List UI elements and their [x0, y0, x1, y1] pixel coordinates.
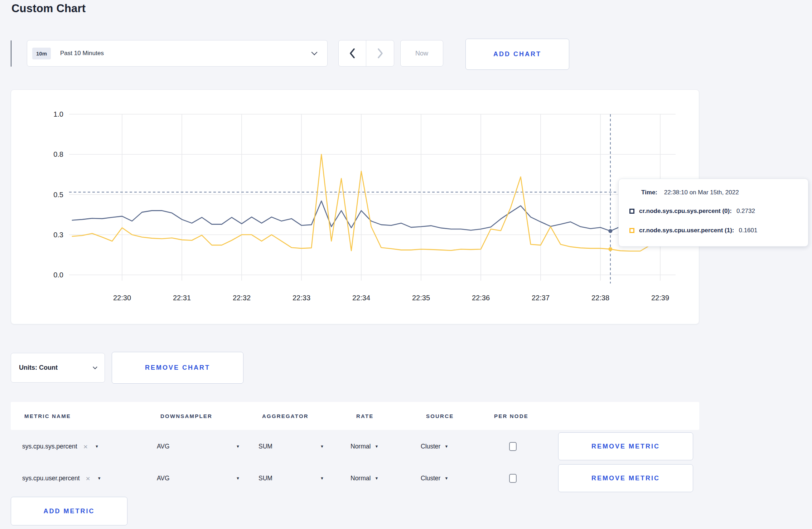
x-axis-tick-label: 22:32	[233, 294, 251, 302]
y-axis-tick-label: 0.5	[53, 191, 63, 199]
y-axis-tick-label: 0.0	[53, 271, 63, 279]
caret-down-icon: ▼	[236, 476, 240, 480]
add-chart-button[interactable]: ADD CHART	[465, 39, 569, 70]
x-axis-tick-label: 22:33	[293, 294, 310, 302]
page-title: Custom Chart	[11, 2, 86, 15]
rate-select[interactable]: Normal ▼	[351, 464, 378, 493]
units-label: Units: Count	[19, 364, 58, 372]
source-select[interactable]: Cluster ▼	[421, 464, 448, 493]
x-axis-tick-label: 22:37	[532, 294, 550, 302]
y-axis-tick-label: 0.3	[53, 231, 63, 239]
chevron-left-icon	[349, 48, 356, 59]
chevron-down-icon	[93, 365, 97, 369]
x-axis-tick-label: 22:34	[352, 294, 370, 302]
tooltip-time-row: Time: 22:38:10 on Mar 15th, 2022	[641, 189, 739, 196]
tooltip-time-label: Time:	[641, 189, 657, 196]
column-header-rate: RATE	[356, 402, 374, 430]
column-header-per-node: PER NODE	[494, 402, 528, 430]
caret-down-icon: ▼	[444, 476, 448, 480]
per-node-checkbox[interactable]	[509, 442, 517, 451]
downsampler-select[interactable]: AVG ▼	[157, 432, 240, 461]
tooltip-series-name: cr.node.sys.cpu.sys.percent (0):	[639, 208, 732, 215]
tooltip-time-value: 22:38:10 on Mar 15th, 2022	[664, 189, 739, 196]
chart-plot-area[interactable]: 0.00.30.50.81.022:3022:3122:3222:3322:34…	[11, 90, 700, 325]
metrics-table-header: METRIC NAME DOWNSAMPLER AGGREGATOR RATE …	[11, 402, 699, 430]
remove-metric-button[interactable]: REMOVE METRIC	[558, 432, 693, 460]
toolbar-left-divider	[11, 40, 11, 67]
caret-down-icon: ▼	[444, 445, 448, 448]
y-axis-tick-label: 1.0	[53, 110, 63, 118]
tooltip-series-name: cr.node.sys.cpu.user.percent (1):	[639, 227, 734, 234]
tooltip-series-row: cr.node.sys.cpu.user.percent (1): 0.1601	[629, 227, 757, 234]
column-header-source: SOURCE	[426, 402, 454, 430]
chevron-right-icon	[377, 48, 384, 59]
x-axis-tick-label: 22:38	[591, 294, 609, 302]
remove-chart-button[interactable]: REMOVE CHART	[112, 352, 243, 384]
time-pager	[338, 40, 394, 67]
x-axis-tick-label: 22:35	[412, 294, 430, 302]
previous-range-button[interactable]	[339, 40, 366, 66]
x-axis-tick-label: 22:31	[173, 294, 191, 302]
metric-row: sys.cpu.sys.percent × ▼ AVG ▼ SUM ▼ Norm…	[11, 432, 699, 461]
hover-point-dot	[608, 229, 612, 233]
y-axis-tick-label: 0.8	[53, 150, 63, 158]
metric-name-select[interactable]: sys.cpu.user.percent × ▼	[22, 464, 101, 493]
caret-down-icon: ▼	[97, 476, 101, 480]
downsampler-select[interactable]: AVG ▼	[157, 464, 240, 493]
caret-down-icon: ▼	[95, 445, 99, 448]
column-header-aggregator: AGGREGATOR	[262, 402, 309, 430]
units-dropdown[interactable]: Units: Count	[11, 353, 105, 383]
caret-down-icon: ▼	[236, 445, 240, 448]
remove-metric-x-icon[interactable]: ×	[86, 475, 90, 482]
chevron-down-icon	[311, 49, 318, 55]
now-button[interactable]: Now	[400, 40, 443, 67]
aggregator-select[interactable]: SUM ▼	[258, 464, 324, 493]
sys-percent-swatch-icon	[629, 209, 634, 214]
remove-metric-button[interactable]: REMOVE METRIC	[558, 464, 693, 492]
remove-metric-x-icon[interactable]: ×	[83, 443, 88, 450]
user-percent-swatch-icon	[629, 228, 634, 233]
tooltip-series-row: cr.node.sys.cpu.sys.percent (0): 0.2732	[629, 208, 755, 215]
time-range-dropdown[interactable]: 10m Past 10 Minutes	[27, 40, 328, 67]
aggregator-select[interactable]: SUM ▼	[258, 432, 324, 461]
chart-tooltip: Time: 22:38:10 on Mar 15th, 2022 cr.node…	[618, 179, 808, 247]
tooltip-series-value: 0.2732	[736, 208, 755, 215]
per-node-cell	[509, 464, 517, 493]
next-range-button[interactable]	[366, 40, 394, 66]
caret-down-icon: ▼	[374, 476, 378, 480]
per-node-cell	[509, 432, 517, 461]
x-axis-tick-label: 22:30	[113, 294, 131, 302]
time-range-label: Past 10 Minutes	[60, 50, 104, 57]
rate-select[interactable]: Normal ▼	[351, 432, 378, 461]
column-header-metric-name: METRIC NAME	[24, 402, 71, 430]
add-metric-button[interactable]: ADD METRIC	[11, 497, 127, 525]
caret-down-icon: ▼	[320, 476, 324, 480]
per-node-checkbox[interactable]	[509, 474, 517, 483]
metric-name-select[interactable]: sys.cpu.sys.percent × ▼	[22, 432, 99, 461]
chart-card: 0.00.30.50.81.022:3022:3122:3222:3322:34…	[11, 89, 699, 324]
caret-down-icon: ▼	[374, 445, 378, 448]
source-select[interactable]: Cluster ▼	[421, 432, 448, 461]
x-axis-tick-label: 22:39	[651, 294, 669, 302]
x-axis-tick-label: 22:36	[472, 294, 490, 302]
tooltip-series-value: 0.1601	[739, 227, 757, 234]
column-header-downsampler: DOWNSAMPLER	[160, 402, 212, 430]
hover-point-dot	[608, 247, 612, 251]
metric-row: sys.cpu.user.percent × ▼ AVG ▼ SUM ▼ Nor…	[11, 464, 699, 493]
series-line	[72, 154, 670, 251]
caret-down-icon: ▼	[320, 445, 324, 448]
time-range-badge: 10m	[32, 48, 51, 59]
